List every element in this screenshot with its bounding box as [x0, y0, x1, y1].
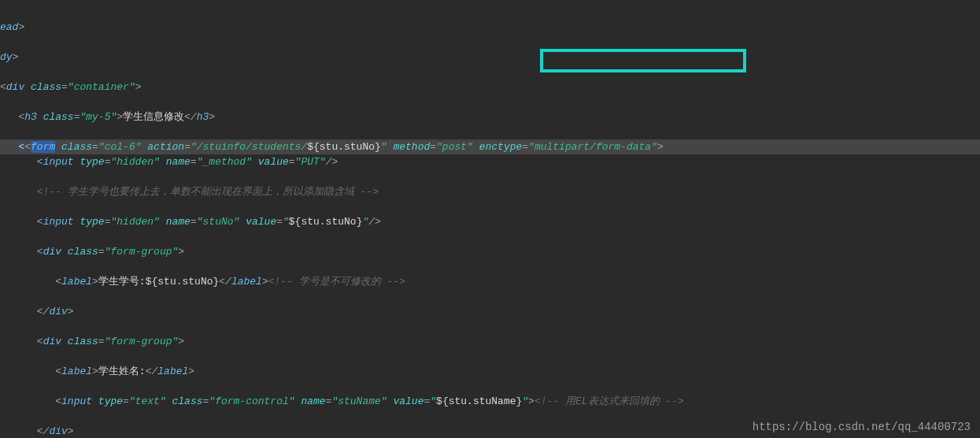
tag: input — [43, 156, 74, 168]
val: "multipart/form-data" — [528, 141, 657, 153]
attr: value — [393, 395, 423, 407]
val: "container" — [68, 81, 135, 93]
attr: class — [172, 395, 203, 407]
tag: label — [157, 366, 188, 377]
val: "hidden" — [110, 216, 159, 228]
attr: type — [98, 395, 123, 407]
val: "_method" — [197, 156, 252, 168]
code-editor[interactable]: ead> dy> <div class="container"> <h3 cla… — [0, 0, 980, 438]
attr: value — [246, 216, 276, 228]
tag: div — [49, 306, 67, 317]
tag: div — [49, 425, 67, 437]
attr: enctype — [479, 141, 523, 153]
val: " — [430, 395, 436, 407]
tag: input — [61, 395, 92, 407]
highlight-box — [540, 49, 746, 72]
attr: class — [31, 81, 61, 93]
tag: dy — [0, 51, 13, 63]
attr: method — [393, 141, 430, 153]
tag: label — [61, 366, 92, 377]
expr: ${stu.stuNo} — [146, 276, 220, 288]
val: "hidden" — [110, 156, 159, 168]
attr: class — [68, 246, 98, 258]
attr: name — [166, 156, 190, 168]
text: 学生姓名: — [98, 366, 146, 377]
tag: div — [6, 81, 24, 93]
expr: ${stu.stuNo} — [289, 216, 363, 228]
val: "/stuinfo/students/ — [190, 141, 307, 153]
val: "col-6" — [98, 141, 142, 153]
attr: class — [61, 141, 92, 153]
val: " — [283, 216, 289, 228]
val: "my-5" — [80, 111, 116, 123]
tag: h3 — [24, 111, 37, 123]
attr: class — [68, 336, 98, 347]
watermark: https://blog.csdn.net/qq_44400723 — [753, 421, 971, 433]
text: 学生信息修改 — [123, 111, 184, 123]
text: 学生学号: — [98, 276, 146, 288]
tag: h3 — [197, 111, 209, 123]
val: "form-group" — [105, 336, 179, 347]
val: " — [522, 395, 528, 407]
attr: name — [301, 395, 325, 407]
tag: ead — [0, 21, 18, 33]
val: "text" — [129, 395, 166, 407]
val: "PUT" — [295, 156, 326, 168]
val: "form-group" — [105, 246, 179, 258]
tag: input — [43, 216, 74, 228]
tag: label — [61, 276, 92, 288]
tag: div — [43, 246, 61, 258]
attr: type — [80, 156, 104, 168]
attr: value — [258, 156, 289, 168]
val: "stuNo" — [197, 216, 240, 228]
tag: div — [43, 336, 61, 347]
attr: class — [43, 111, 74, 123]
tag: label — [231, 276, 262, 288]
expr: ${stu.stuNo} — [307, 141, 381, 153]
attr: name — [166, 216, 190, 228]
attr: action — [147, 141, 184, 153]
tag: form — [31, 141, 55, 153]
comment: <!-- 学生学号也要传上去，单数不能出现在界面上，所以添加隐含域 --> — [37, 186, 379, 198]
comment: <!-- 学号是不可修改的 --> — [268, 276, 405, 288]
val: "stuName" — [331, 395, 386, 407]
expr: ${stu.stuName} — [436, 395, 522, 407]
comment: <!-- 用EL表达式来回填的 --> — [534, 395, 684, 407]
val: "form-control" — [209, 395, 294, 407]
val: "post" — [436, 141, 473, 153]
attr: type — [80, 216, 104, 228]
val: " — [381, 141, 387, 153]
